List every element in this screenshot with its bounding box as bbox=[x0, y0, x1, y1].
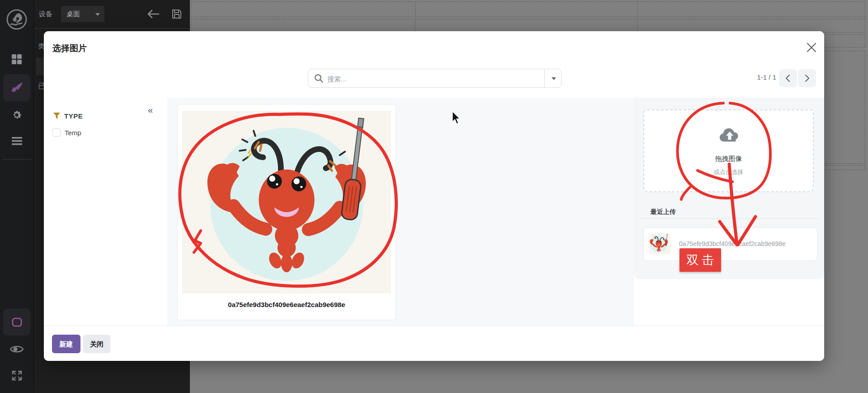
image-grid: 0a75efe9d3bcf409e6eaef2cab9e698e bbox=[169, 98, 634, 326]
screen: { "toolbar": { "device_label": "设备", "de… bbox=[0, 0, 868, 393]
chevron-right-icon bbox=[804, 74, 810, 82]
search-box bbox=[308, 69, 561, 88]
dropzone-title: 拖拽图像 bbox=[644, 155, 813, 163]
device-select[interactable]: 桌面 bbox=[61, 6, 104, 22]
chevron-left-icon bbox=[785, 74, 791, 82]
device-select-value: 桌面 bbox=[66, 10, 80, 18]
frame-icon bbox=[12, 317, 22, 327]
annotation-double-click-label: 双击 bbox=[679, 248, 721, 272]
dialog-header: 选择图片 bbox=[44, 31, 824, 64]
upload-panel: 拖拽图像 或点击选择 最近上传 0a75efe9d3bcf409e6eaef2c… bbox=[634, 98, 824, 326]
upload-panel-section: 拖拽图像 或点击选择 最近上传 0a75efe9d3bcf409e6eaef2c… bbox=[634, 98, 824, 279]
dropzone[interactable]: 拖拽图像 或点击选择 bbox=[643, 109, 814, 192]
recent-thumbnail bbox=[649, 233, 672, 256]
image-filename: 0a75efe9d3bcf409e6eaef2cab9e698e bbox=[178, 301, 396, 308]
brush-icon bbox=[10, 81, 24, 95]
search-input[interactable] bbox=[326, 69, 541, 88]
filter-title: TYPE bbox=[64, 112, 83, 120]
canvas-col-divider bbox=[415, 19, 415, 32]
eye-icon[interactable] bbox=[9, 344, 24, 354]
dialog-footer: 新建 关闭 bbox=[44, 326, 824, 361]
search-divider bbox=[544, 69, 545, 87]
dialog-title: 选择图片 bbox=[52, 43, 87, 54]
chevron-down-icon bbox=[95, 13, 100, 16]
save-icon[interactable] bbox=[172, 9, 182, 19]
search-dropdown-caret-icon[interactable] bbox=[552, 77, 556, 80]
search-row: 1-1 / 1 bbox=[44, 64, 824, 98]
select-image-dialog: 选择图片 1-1 / 1 « bbox=[44, 31, 824, 361]
canvas-col-divider bbox=[637, 1, 638, 16]
frame-tool-active-bg[interactable] bbox=[3, 308, 30, 336]
lobster-illustration bbox=[182, 109, 391, 295]
search-icon bbox=[314, 74, 324, 83]
recent-upload-item[interactable]: 0a75efe9d3bcf409e6eaef2cab9e698e bbox=[643, 227, 817, 261]
top-toolbar: 设备 桌面 bbox=[33, 0, 190, 28]
expand-icon[interactable] bbox=[12, 370, 22, 381]
create-button[interactable]: 新建 bbox=[52, 335, 80, 353]
upload-cloud-icon bbox=[719, 128, 740, 143]
back-arrow-icon[interactable] bbox=[146, 9, 160, 19]
close-button[interactable]: 关闭 bbox=[83, 335, 110, 353]
pagination-next-button[interactable] bbox=[798, 69, 816, 87]
recent-filename: 0a75efe9d3bcf409e6eaef2cab9e698e bbox=[679, 240, 810, 247]
canvas-col-divider bbox=[415, 1, 415, 16]
pagination-range: 1-1 / 1 bbox=[749, 73, 776, 81]
sidebar-divider bbox=[1, 159, 32, 160]
menu-icon[interactable] bbox=[12, 137, 22, 146]
lobster-thumb bbox=[649, 233, 672, 256]
device-label: 设备 bbox=[39, 0, 52, 28]
recent-divider bbox=[640, 218, 819, 219]
dialog-body: « TYPE Temp 0a75efe9d3bcf409e6eaef2cab9e… bbox=[44, 98, 824, 326]
filter-panel: « TYPE Temp bbox=[44, 98, 168, 326]
widgets-grid-icon[interactable] bbox=[11, 54, 22, 65]
canvas-row-2 bbox=[191, 19, 865, 33]
dropzone-subtitle: 或点击选择 bbox=[644, 168, 813, 176]
app-sidebar bbox=[0, 0, 34, 393]
image-card[interactable]: 0a75efe9d3bcf409e6eaef2cab9e698e bbox=[177, 104, 396, 320]
app-logo-icon[interactable] bbox=[5, 8, 28, 31]
filter-funnel-icon bbox=[53, 112, 61, 120]
brush-tool-active-bg[interactable] bbox=[3, 74, 30, 101]
canvas-col-divider bbox=[637, 19, 638, 32]
collapse-panel-icon[interactable]: « bbox=[148, 106, 153, 114]
pagination-prev-button[interactable] bbox=[779, 69, 797, 87]
filter-temp-checkbox[interactable] bbox=[52, 128, 61, 137]
image-preview bbox=[182, 109, 391, 295]
gear-icon[interactable] bbox=[11, 109, 23, 121]
filter-temp-label[interactable]: Temp bbox=[65, 129, 81, 137]
canvas-row-1 bbox=[191, 1, 865, 17]
close-icon[interactable] bbox=[805, 41, 818, 54]
recent-uploads-title: 最近上传 bbox=[651, 208, 676, 216]
